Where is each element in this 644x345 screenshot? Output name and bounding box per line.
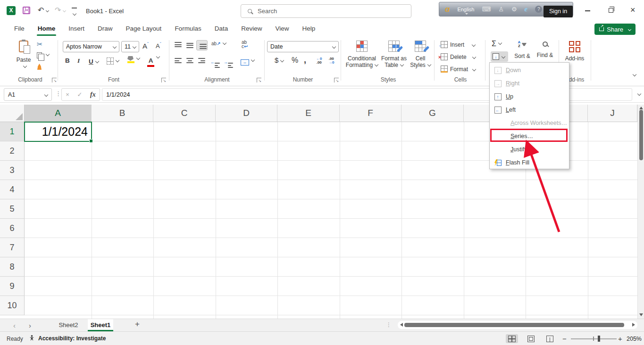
column-header-e[interactable]: E [277,105,340,122]
vertical-scrollbar[interactable] [637,105,644,319]
fill-button[interactable]: ↓ [491,51,508,62]
bold-button[interactable]: B [65,57,70,64]
align-right-button[interactable] [198,58,205,65]
restore-button[interactable] [609,8,613,13]
settings-gear-icon[interactable]: ⚙ [511,6,517,13]
number-dialog-launcher[interactable]: ↘ [334,78,339,82]
align-center-button[interactable] [186,58,193,65]
increase-indent-button[interactable]: → [224,57,233,69]
font-size-combo[interactable]: 11 [121,41,139,52]
customize-qat-button[interactable] [72,8,77,18]
horizontal-scrollbar[interactable] [398,321,637,329]
sort-filter-button[interactable]: AZ Sort & [511,41,533,59]
menu-item-across-worksheets[interactable]: Across Worksheets… [490,116,569,130]
comma-button[interactable]: , [304,55,306,65]
wrap-text-button[interactable]: abc↩ [242,40,248,49]
page-break-view-button[interactable] [544,334,556,343]
tab-help[interactable]: Help [295,22,322,36]
tab-review[interactable]: Review [234,22,268,36]
keyboard-icon[interactable]: ⌨ [482,6,491,13]
undo-button[interactable]: ↶ [38,6,49,15]
cell-styles-button[interactable]: Cell Styles [409,41,432,68]
name-box-splitter[interactable]: ⋮ [55,90,61,97]
align-bottom-button[interactable] [196,40,208,50]
zoom-slider-thumb[interactable] [598,336,600,342]
search-input[interactable]: Search [241,4,411,18]
italic-button[interactable]: I [77,57,80,65]
menu-item-fill-right[interactable]: →Right [490,77,569,90]
increase-decimal-button[interactable]: ←0.00 [316,57,322,65]
ime-tool-icon[interactable]: ♙ [498,6,504,13]
scroll-left-icon[interactable] [400,323,403,327]
font-dialog-launcher[interactable]: ↘ [161,78,166,82]
align-middle-button[interactable] [186,42,193,49]
column-header-j[interactable]: J [588,105,637,122]
insert-function-icon[interactable]: fx [90,91,96,99]
number-format-combo[interactable]: Date [267,41,339,52]
tab-view[interactable]: View [268,22,295,36]
percent-button[interactable]: % [292,56,298,65]
next-sheet-icon[interactable]: › [29,321,31,329]
autosum-button[interactable]: Σ [492,40,502,48]
column-header-g[interactable]: G [401,105,464,122]
scroll-right-icon[interactable] [632,323,635,327]
row-header-8[interactable]: 8 [0,257,25,277]
menu-item-justify[interactable]: Justify [490,143,569,156]
column-header-a[interactable]: A [25,105,92,122]
currency-button[interactable]: $ [275,56,284,64]
tab-file[interactable]: File [8,22,31,36]
minimize-button[interactable] [585,10,590,11]
alignment-dialog-launcher[interactable]: ↘ [257,78,261,82]
name-box[interactable]: A1 [4,88,52,101]
column-header-f[interactable]: F [340,105,401,122]
merge-center-button[interactable]: ↔ [241,57,254,66]
conditional-formatting-button[interactable]: Conditional Formatting [345,41,378,68]
row-header-2[interactable]: 2 [0,141,25,161]
zoom-out-button[interactable]: − [562,335,567,343]
row-header-3[interactable]: 3 [0,161,25,180]
new-sheet-button[interactable]: + [135,320,140,329]
help-icon[interactable]: ? [535,6,542,13]
zoom-in-button[interactable]: + [618,335,622,343]
menu-item-fill-down[interactable]: ↓Down [490,64,569,77]
tab-insert[interactable]: Insert [62,22,91,36]
scroll-up-icon[interactable] [639,107,643,109]
format-painter-button[interactable] [37,64,42,70]
column-header-c[interactable]: C [153,105,216,122]
row-header-1[interactable]: 1 [0,122,25,141]
format-as-table-button[interactable]: Format as Table [380,41,408,68]
tab-home[interactable]: Home [31,22,62,36]
sign-in-button[interactable]: Sign in [544,6,573,17]
font-name-combo[interactable]: Aptos Narrow [63,41,119,52]
column-header-d[interactable]: D [216,105,277,122]
tab-scrollbar-splitter[interactable]: ⋮ [386,321,392,328]
tab-draw[interactable]: Draw [91,22,119,36]
row-header-10[interactable]: 10 [0,296,25,315]
tab-formulas[interactable]: Formulas [168,22,208,36]
clipboard-dialog-launcher[interactable]: ↘ [52,78,57,82]
column-header-b[interactable]: B [92,105,153,122]
menu-item-fill-left[interactable]: ←Left [490,103,569,116]
cut-button[interactable]: ✂ [37,40,43,49]
expand-formula-bar-button[interactable] [637,92,641,96]
row-header-9[interactable]: 9 [0,277,25,296]
decrease-decimal-button[interactable]: .00→0 [328,57,334,65]
browser-icon[interactable]: e [525,5,528,13]
zoom-slider-track[interactable] [571,338,617,339]
zoom-level[interactable]: 205% [627,336,642,342]
sheet-tab-sheet2[interactable]: Sheet2 [53,319,84,331]
normal-view-button[interactable] [506,334,518,343]
grow-font-button[interactable]: Aˆ [142,41,149,50]
align-left-button[interactable] [175,58,182,65]
tab-data[interactable]: Data [208,22,235,36]
row-header-6[interactable]: 6 [0,219,25,238]
close-button[interactable]: × [630,5,636,15]
row-header-5[interactable]: 5 [0,199,25,219]
insert-cells-button[interactable]: ←Insert [441,41,475,48]
horizontal-scroll-thumb[interactable] [404,323,624,327]
menu-item-fill-up[interactable]: ↑Up [490,90,569,103]
tab-page-layout[interactable]: Page Layout [119,22,168,36]
cancel-icon[interactable]: × [66,91,69,98]
orientation-button[interactable]: ab↗ [211,41,226,46]
vertical-scroll-thumb[interactable] [639,110,643,160]
